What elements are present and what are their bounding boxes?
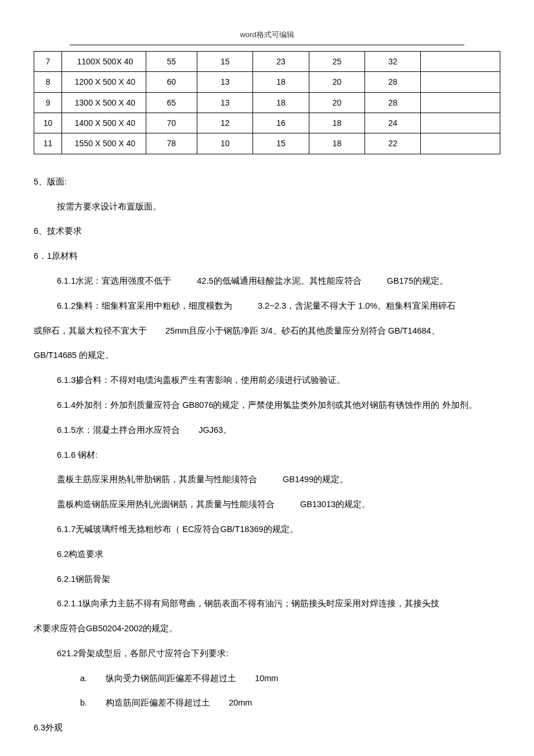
table-row: 9 1300 X 500 X 40 65 13 18 20 28 [34, 92, 500, 113]
cell: 60 [146, 72, 197, 92]
section-6-1-6: 6.1.6 钢材: [34, 445, 500, 465]
text: GB13013的规定。 [300, 500, 370, 509]
cell-idx: 11 [34, 133, 62, 154]
text: 或卵石，其最大粒径不宜大于 [34, 326, 147, 335]
cell: 10 [197, 133, 253, 154]
cell [421, 51, 500, 71]
cell: 20 [309, 72, 365, 92]
cell: 18 [253, 92, 309, 113]
text: 6.1.2集料：细集料宜采用中粗砂，细度模数为 [57, 301, 232, 310]
cell: 28 [365, 72, 421, 92]
cell [421, 113, 500, 133]
cell-dim: 1550 X 500 X 40 [62, 133, 146, 154]
cell: 28 [365, 92, 421, 113]
table-row: 11 1550 X 500 X 40 78 10 15 18 22 [34, 133, 500, 154]
section-5-body: 按需方要求设计布置版面。 [34, 197, 500, 217]
section-6-1-2-line3: GB/T14685 的规定。 [34, 345, 500, 366]
cell-dim: 1100X 500X 40 [62, 51, 146, 71]
cell: 13 [197, 92, 253, 113]
list-value: 20mm [229, 698, 252, 707]
cell: 13 [197, 72, 253, 92]
cell [421, 72, 500, 92]
text: GB1499的规定。 [283, 475, 348, 484]
cell: 12 [197, 113, 253, 133]
list-text: 纵向受力钢筋间距偏差不得超过土 [106, 674, 236, 683]
cell: 32 [365, 51, 421, 71]
cell: 65 [146, 92, 197, 113]
text: 盖板主筋应采用热轧带肋钢筋，其质量与性能须符合 [57, 475, 257, 484]
list-text: 构造筋间距偏差不得超过土 [106, 698, 210, 707]
section-6-2: 6.2构造要求 [34, 544, 500, 565]
cell-dim: 1200 X 500 X 40 [62, 72, 146, 92]
cell: 20 [309, 92, 365, 113]
table-row: 7 1100X 500X 40 55 15 23 25 32 [34, 51, 500, 71]
section-6-1-2-line2: 或卵石，其最大粒径不宜大于 25mm且应小于钢筋净距 3/4。砂石的其他质量应分… [34, 321, 500, 341]
cell: 78 [146, 133, 197, 154]
section-6-1-6-p1: 盖板主筋应采用热轧带肋钢筋，其质量与性能须符合 GB1499的规定。 [34, 469, 500, 490]
cell: 25 [309, 51, 365, 71]
section-6-1-title: 6．1原材料 [34, 246, 500, 266]
section-6-1-5: 6.1.5水：混凝土拌合用水应符合 JGJ63。 [34, 420, 500, 440]
cell-idx: 7 [34, 51, 62, 71]
page-header: word格式可编辑 [70, 29, 464, 45]
list-value: 10mm [255, 674, 278, 683]
section-6-2-1: 6.2.1钢筋骨架 [34, 569, 500, 589]
list-item-a: a. 纵向受力钢筋间距偏差不得超过土 10mm [34, 668, 500, 689]
section-6-2-1-2: 621.2骨架成型后，各部尺寸应符合下列要求: [34, 643, 500, 664]
section-6-2-1-1a: 6.2.1.1纵向承力主筋不得有局部弯曲，钢筋表面不得有油污；钢筋接头时应采用对… [34, 594, 500, 614]
text: 42.5的低碱通用硅酸盐水泥。其性能应符合 [197, 276, 361, 285]
cell: 15 [197, 51, 253, 71]
section-6-1-7: 6.1.7无碱玻璃纤维无捻粗纱布（ EC应符合GB/T18369的规定。 [34, 519, 500, 540]
data-table: 7 1100X 500X 40 55 15 23 25 32 8 1200 X … [34, 51, 500, 154]
cell-dim: 1300 X 500 X 40 [62, 92, 146, 113]
text: 6.1.5水：混凝土拌合用水应符合 [57, 425, 180, 435]
section-6-1-6-p2: 盖板构造钢筋应采用热轧光圆钢筋，其质量与性能须符合 GB13013的规定。 [34, 494, 500, 515]
cell: 15 [253, 133, 309, 154]
cell-idx: 9 [34, 92, 62, 113]
section-6-3: 6.3外观 [34, 718, 500, 738]
table-row: 10 1400 X 500 X 40 70 12 16 18 24 [34, 113, 500, 133]
cell: 22 [365, 133, 421, 154]
cell [421, 92, 500, 113]
text: 盖板构造钢筋应采用热轧光圆钢筋，其质量与性能须符合 [57, 500, 275, 509]
list-item-b: b. 构造筋间距偏差不得超过土 20mm [34, 693, 500, 713]
table-row: 8 1200 X 500 X 40 60 13 18 20 28 [34, 72, 500, 92]
section-6-1-2-line1: 6.1.2集料：细集料宜采用中粗砂，细度模数为 3.2~2.3，含泥量不得大于 … [34, 296, 500, 316]
table-body: 7 1100X 500X 40 55 15 23 25 32 8 1200 X … [34, 51, 500, 154]
cell: 18 [253, 72, 309, 92]
cell-idx: 10 [34, 113, 62, 133]
list-label: a. [80, 674, 87, 683]
text: GB175的规定。 [387, 276, 448, 285]
text: JGJ63。 [199, 425, 232, 435]
cell: 16 [253, 113, 309, 133]
cell: 70 [146, 113, 197, 133]
document-page: word格式可编辑 7 1100X 500X 40 55 15 23 25 32… [0, 0, 534, 756]
cell-idx: 8 [34, 72, 62, 92]
section-6-1-1: 6.1.1水泥：宜选用强度不低于 42.5的低碱通用硅酸盐水泥。其性能应符合 G… [34, 271, 500, 291]
cell-dim: 1400 X 500 X 40 [62, 113, 146, 133]
cell: 55 [146, 51, 197, 71]
list-label: b. [80, 698, 87, 707]
section-6-2-1-1b: 术要求应符合GB50204-2002的规定。 [34, 618, 500, 639]
cell: 18 [309, 133, 365, 154]
text: 25mm且应小于钢筋净距 3/4。砂石的其他质量应分别符合 GB/T14684、 [165, 326, 440, 335]
text: 6.1.1水泥：宜选用强度不低于 [57, 276, 171, 285]
cell: 18 [309, 113, 365, 133]
text: 3.2~2.3，含泥量不得大于 1.0%。粗集料宜采用碎石 [258, 301, 456, 310]
section-5-title: 5、版面: [34, 172, 500, 192]
cell: 24 [365, 113, 421, 133]
cell: 23 [253, 51, 309, 71]
cell [421, 133, 500, 154]
section-6-1-3: 6.1.3掺合料：不得对电缆沟盖板产生有害影响，使用前必须进行试验验证。 [34, 370, 500, 390]
section-6-1-4: 6.1.4外加剂：外加剂质量应符合 GB8076的规定，严禁使用氯盐类外加剂或其… [34, 395, 500, 415]
section-6-title: 6、技术要求 [34, 221, 500, 241]
